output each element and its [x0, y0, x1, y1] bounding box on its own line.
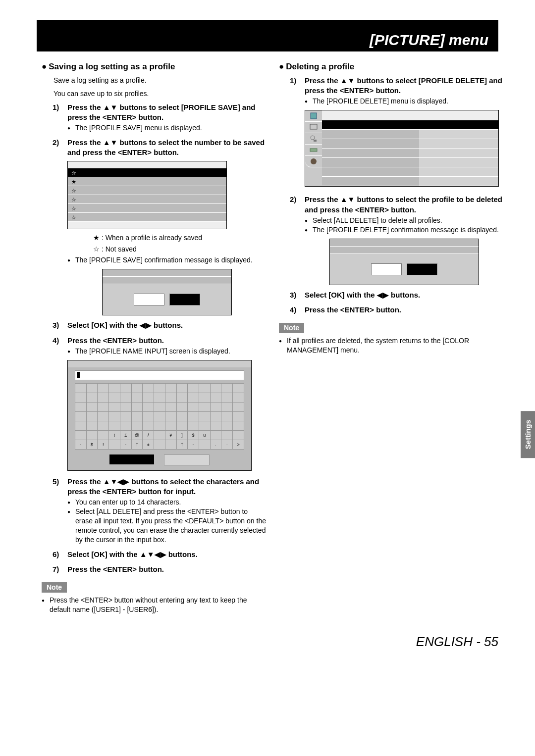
right-step2: Press the ▲▼ buttons to select the profi…	[305, 195, 503, 215]
left-step2-sub: The [PROFILE SAVE] confirmation message …	[67, 255, 266, 265]
right-step3: Select [OK] with the ◀▶ buttons.	[305, 290, 503, 300]
osk-all-delete-button[interactable]	[109, 454, 154, 464]
left-step4: Press the <ENTER> button.	[67, 336, 266, 346]
star-outline-icon: ☆	[68, 168, 80, 177]
left-step1: Press the ▲▼ buttons to select [PROFILE …	[67, 102, 266, 123]
svg-rect-4	[310, 149, 317, 151]
svg-rect-3	[314, 140, 317, 142]
profile-delete-menu	[305, 110, 499, 187]
page-footer: ENGLISH - 55	[0, 614, 535, 664]
legend-notsaved: ☆ : Not saved	[93, 245, 266, 254]
intro-line2: You can save up to six profiles.	[54, 89, 266, 99]
legend-saved: ★ : When a profile is already saved	[93, 233, 266, 243]
right-note-label: Note	[279, 323, 304, 333]
setup-icon	[305, 145, 322, 156]
right-step2-sub1: Select [ALL DELETE] to delete all profil…	[305, 216, 503, 225]
lamp-icon	[305, 156, 322, 167]
star-outline-icon: ☆	[68, 204, 80, 213]
right-step1: Press the ▲▼ buttons to select [PROFILE …	[305, 76, 503, 96]
profile-save-list: ☆ ★ ☆ ☆ ☆ ☆	[67, 161, 227, 229]
left-step3: Select [OK] with the ◀▶ buttons.	[67, 320, 266, 330]
delete-ok-button[interactable]	[371, 263, 402, 275]
intro-line1: Save a log setting as a profile.	[54, 76, 266, 85]
left-step1-sub: The [PROFILE SAVE] menu is displayed.	[67, 123, 266, 133]
side-tab-settings: Settings	[521, 411, 535, 458]
left-step6: Select [OK] with the ▲▼◀▶ buttons.	[67, 550, 266, 559]
profile-name-input: !£@/¥]$u -$!-†±†-.·>	[67, 360, 252, 471]
left-step7: Press the <ENTER> button.	[67, 564, 266, 574]
left-heading: Saving a log setting as a profile	[42, 61, 266, 73]
confirm-cancel-button[interactable]	[169, 294, 200, 305]
right-note1: If all profiles are deleted, the system …	[279, 336, 503, 355]
star-outline-icon: ☆	[68, 213, 80, 222]
svg-point-2	[311, 136, 315, 140]
osk-ok-button[interactable]	[164, 454, 210, 465]
star-outline-icon: ☆	[68, 195, 80, 204]
right-heading: Deleting a profile	[279, 61, 503, 73]
left-note-label: Note	[42, 582, 67, 593]
screen-icon	[305, 122, 322, 133]
svg-rect-0	[311, 113, 317, 119]
left-column: Saving a log setting as a profile Save a…	[42, 58, 266, 614]
name-input-field[interactable]	[75, 370, 244, 380]
onscreen-keyboard[interactable]: !£@/¥]$u -$!-†±†-.·>	[75, 383, 244, 450]
header-title: [PICTURE] menu	[370, 32, 488, 49]
left-step5-sub1: You can enter up to 14 characters.	[67, 498, 266, 507]
right-column: Deleting a profile Press the ▲▼ buttons …	[279, 58, 503, 614]
header-bar: [PICTURE] menu	[37, 20, 498, 51]
svg-rect-1	[310, 124, 317, 129]
right-step4: Press the <ENTER> button.	[305, 305, 503, 315]
lens-icon	[305, 133, 322, 145]
left-step4-sub: The [PROFILE NAME INPUT] screen is displ…	[67, 347, 266, 356]
star-outline-icon: ☆	[68, 186, 80, 195]
picture-icon	[305, 110, 322, 122]
delete-cancel-button[interactable]	[407, 263, 437, 275]
left-note1: Press the <ENTER> button without enterin…	[42, 596, 266, 614]
left-step2: Press the ▲▼ buttons to select the numbe…	[67, 138, 266, 158]
profile-delete-confirm	[329, 239, 479, 285]
star-filled-icon: ★	[68, 177, 80, 186]
profile-save-confirm	[102, 269, 232, 315]
svg-point-5	[311, 158, 317, 164]
right-step2-sub2: The [PROFILE DELETE] confirmation messag…	[305, 225, 503, 235]
confirm-ok-button[interactable]	[134, 294, 164, 305]
left-step5-sub2: Select [ALL DELETE] and press the <ENTER…	[67, 507, 266, 545]
right-step1-sub: The [PROFILE DELETE] menu is displayed.	[305, 97, 503, 106]
left-step5: Press the ▲▼◀▶ buttons to select the cha…	[67, 477, 266, 497]
